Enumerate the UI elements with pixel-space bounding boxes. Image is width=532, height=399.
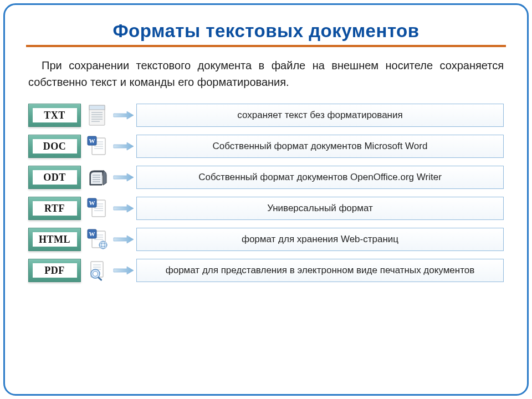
format-row-odt: ODT Собственный формат документов OpenOf… — [28, 166, 504, 189]
format-desc: формат для хранения Web-страниц — [136, 228, 504, 251]
page-title: Форматы текстовых документов — [26, 21, 506, 42]
format-desc: Собственный формат документов Microsoft … — [136, 135, 504, 158]
pdf-icon — [84, 259, 111, 282]
format-label: PDF — [33, 263, 77, 278]
format-row-doc: DOC W Собственный формат документов Micr… — [28, 135, 504, 158]
intro-text: При сохранении текстового документа в фа… — [26, 57, 506, 90]
format-row-pdf: PDF формат для представления в электронн… — [28, 259, 504, 282]
arrow-icon — [111, 166, 136, 189]
title-underline — [26, 45, 506, 47]
format-badge: TXT — [28, 104, 81, 127]
arrow-icon — [111, 135, 136, 158]
format-label: DOC — [33, 139, 77, 154]
format-label: RTF — [33, 201, 77, 216]
format-badge: DOC — [28, 135, 81, 158]
format-row-txt: TXT сохраняет текст без форматирования — [28, 104, 504, 127]
format-badge: PDF — [28, 259, 81, 282]
format-badge: ODT — [28, 166, 81, 189]
format-desc: Универсальный формат — [136, 197, 504, 220]
format-label: HTML — [33, 232, 77, 247]
svg-point-31 — [99, 241, 107, 249]
txt-icon — [84, 104, 111, 127]
format-desc: сохраняет текст без форматирования — [136, 104, 504, 127]
format-row-html: HTML W формат для хранения Web-стр — [28, 228, 504, 251]
arrow-icon — [111, 228, 136, 251]
format-badge: RTF — [28, 197, 81, 220]
svg-rect-1 — [89, 105, 105, 110]
arrow-icon — [111, 259, 136, 282]
format-row-rtf: RTF W Универсальный формат — [28, 197, 504, 220]
svg-text:W: W — [89, 137, 95, 144]
odt-icon — [84, 166, 111, 189]
rtf-icon: W — [84, 197, 111, 220]
svg-point-39 — [93, 272, 98, 277]
format-list: TXT сохраняет текст без форматирования — [26, 104, 506, 282]
format-badge: HTML — [28, 228, 81, 251]
format-desc: Собственный формат документов OpenOffice… — [136, 166, 504, 189]
svg-text:W: W — [89, 231, 95, 237]
arrow-icon — [111, 197, 136, 220]
format-desc: формат для представления в электронном в… — [136, 259, 504, 282]
arrow-icon — [111, 104, 136, 127]
html-icon: W — [84, 228, 111, 251]
doc-icon: W — [84, 135, 111, 158]
format-label: TXT — [33, 108, 77, 122]
svg-text:W: W — [89, 200, 95, 206]
slide-frame: Форматы текстовых документов При сохране… — [3, 3, 529, 396]
format-label: ODT — [33, 170, 77, 185]
